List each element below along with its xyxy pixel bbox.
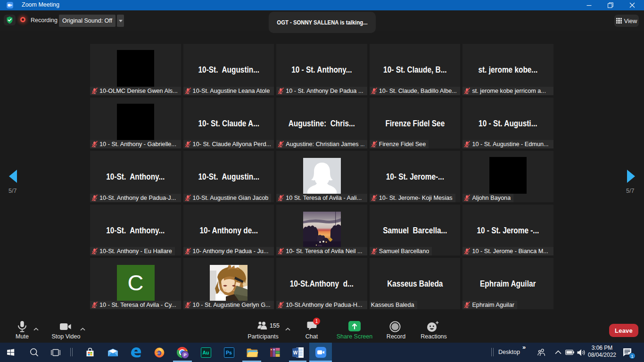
svg-text:W: W [293, 350, 297, 355]
